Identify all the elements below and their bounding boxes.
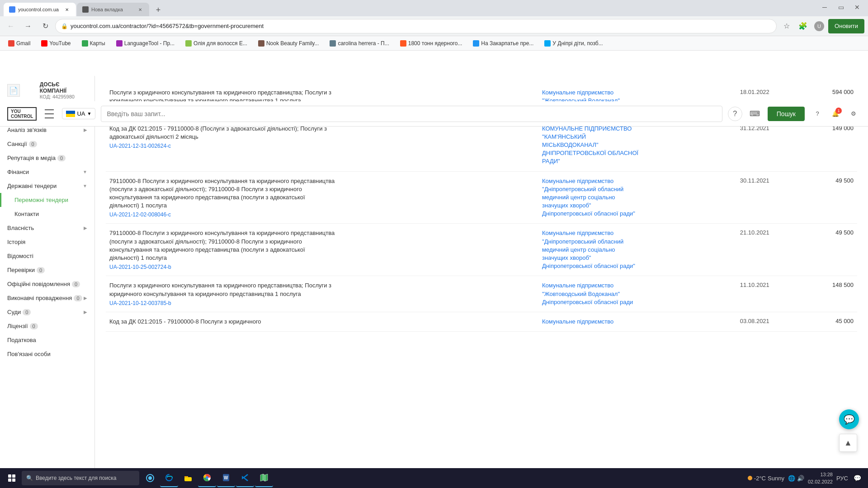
logo[interactable]: YOU CONTROL	[7, 107, 37, 121]
chat-button[interactable]: 💬	[839, 409, 859, 429]
sidebar-item-courts[interactable]: Суди 0 ▶	[0, 305, 94, 319]
tender-link[interactable]: UA-2021-10-12-003785-b	[109, 300, 535, 306]
address-bar[interactable]: 🔒 youcontrol.com.ua/contractor/?id=45667…	[55, 19, 777, 33]
finance-arrow-icon: ▼	[83, 169, 87, 174]
maximize-browser[interactable]: ▭	[834, 0, 848, 14]
customer-name[interactable]: Комунальне підприємство "Дніпропетровськ…	[542, 177, 642, 218]
history-label: Історія	[7, 239, 25, 245]
taskbar-file-explorer[interactable]	[179, 469, 197, 487]
settings-gear-icon[interactable]: ⚙	[846, 107, 861, 121]
bookmark-1800[interactable]: 1800 тонн ядерного...	[397, 39, 465, 47]
app-area: YOU CONTROL UA ▼ ? ⌨ Пошу	[0, 51, 868, 488]
keyboard-button[interactable]: ⌨	[748, 107, 762, 121]
bookmark-lt-label: LanguageTool - Пр...	[124, 40, 175, 47]
svg-rect-3	[184, 477, 192, 481]
sidebar-item-related[interactable]: Пов'язані особи	[0, 347, 94, 361]
sidebar-item-media[interactable]: Репутація в медіа 0	[0, 151, 94, 165]
taskbar-system-tray: -2°C Sunny 🌐 🔊 13:28 02.02.2022 РУС 💬	[748, 471, 866, 486]
hamburger-button[interactable]	[42, 107, 57, 121]
courts-label: Суди	[7, 309, 21, 315]
bookmark-dnipro[interactable]: У Дніпрі діти, позб...	[542, 39, 605, 47]
info-label: Відомості	[7, 253, 33, 259]
tender-link[interactable]: UA-2021-12-31-002624-c	[109, 143, 535, 149]
sidebar-item-checks[interactable]: Перевірки 0	[0, 263, 94, 277]
bookmark-zakarpat[interactable]: На Закарпатье пре...	[470, 39, 536, 47]
tender-date-cell: 31.12.2021	[736, 119, 804, 171]
tender-amount-cell: 49 500	[804, 224, 857, 276]
tab-favicon	[9, 6, 15, 13]
tab-title: youcontrol.com.ua	[18, 7, 59, 12]
notification-bell-icon[interactable]: 🔔 1	[828, 107, 843, 121]
sidebar-item-finance[interactable]: Фінанси ▼	[0, 165, 94, 179]
company-icon: 📄	[7, 84, 20, 97]
bookmark-button[interactable]: ☆	[779, 19, 794, 33]
clock-display: 13:28 02.02.2022	[808, 471, 833, 486]
lt-favicon	[116, 40, 123, 47]
related-label: Пов'язані особи	[7, 351, 51, 357]
active-tab[interactable]: youcontrol.com.ua ✕	[4, 3, 76, 16]
inactive-tab-2[interactable]: Нова вкладка ✕	[77, 3, 149, 16]
bookmark-olia[interactable]: Олія для волосся Е...	[183, 39, 250, 47]
customer-name[interactable]: Комунальне підприємство "Дніпропетровськ…	[542, 229, 642, 270]
reload-button[interactable]: ↻	[38, 19, 52, 33]
network-icon: 🌐	[788, 475, 795, 482]
taskbar-chrome[interactable]	[198, 469, 216, 487]
forward-button[interactable]: →	[21, 19, 35, 33]
sidebar-item-contacts[interactable]: Контакти	[0, 207, 94, 221]
question-icon[interactable]: ?	[810, 107, 825, 121]
sidebar-item-official-notices[interactable]: Офіційні повідомлення 0	[0, 277, 94, 291]
bookmark-languagetool[interactable]: LanguageTool - Пр...	[113, 39, 177, 47]
tenders-label: Державні тендери	[7, 183, 57, 189]
tab-close-2[interactable]: ✕	[137, 6, 144, 13]
main-search-input[interactable]	[101, 106, 722, 122]
extensions-button[interactable]: 🧩	[796, 19, 810, 33]
sidebar-item-enforcement[interactable]: Виконавчі провадження 0 ▶	[0, 291, 94, 305]
bookmark-youtube[interactable]: YouTube	[38, 39, 73, 47]
bookmark-nook[interactable]: Nook Beauty Family...	[255, 39, 321, 47]
bookmark-maps[interactable]: Карты	[79, 39, 108, 47]
customer-name[interactable]: Комунальне підприємство	[542, 318, 642, 326]
tender-link[interactable]: UA-2021-12-02-008046-c	[109, 211, 535, 218]
language-selector[interactable]: UA ▼	[62, 108, 95, 119]
minimize-browser[interactable]: ─	[817, 0, 832, 14]
taskbar-cortana[interactable]	[141, 469, 159, 487]
scroll-to-top-button[interactable]: ▲	[839, 434, 857, 452]
bookmark-olia-label: Олія для волосся Е...	[193, 40, 247, 47]
bookmark-carolina[interactable]: carolina herrera - П...	[327, 39, 392, 47]
profile-button[interactable]: U	[812, 19, 826, 33]
start-button[interactable]	[2, 468, 22, 488]
windows-search-bar[interactable]: 🔍 Введите здесь текст для поиска	[22, 471, 139, 485]
svg-point-1	[148, 476, 152, 480]
browser-toolbar: ← → ↻ 🔒 youcontrol.com.ua/contractor/?id…	[0, 16, 868, 36]
notification-center-icon[interactable]: 💬	[852, 473, 863, 483]
current-time: 13:28	[808, 471, 833, 479]
bookmark-gmail[interactable]: Gmail	[5, 39, 33, 47]
tender-link[interactable]: UA-2021-10-25-002724-b	[109, 264, 535, 270]
taskbar-edge[interactable]	[160, 469, 178, 487]
sidebar-item-history[interactable]: Історія	[0, 235, 94, 249]
customer-name[interactable]: КОМУНАЛЬНЕ ПІДПРИЄМСТВО "КАМ'ЯНСЬКИЙ МІС…	[542, 125, 642, 166]
close-browser[interactable]: ✕	[850, 0, 864, 14]
sidebar-item-tenders[interactable]: Державні тендери ▼	[0, 179, 94, 193]
sidebar-item-licenses[interactable]: Ліцензії 0	[0, 319, 94, 333]
tender-description-cell: Код за ДК 021:2015 - 79100000-8 Послуги …	[106, 312, 538, 331]
sidebar-item-winning-tenders[interactable]: Переможні тендери	[0, 193, 94, 207]
tab-close-button[interactable]: ✕	[63, 6, 71, 13]
tender-amount: 49 500	[808, 177, 854, 184]
sidebar-item-ownership[interactable]: Власність ▶	[0, 221, 94, 235]
sidebar-item-tax[interactable]: Податкова	[0, 333, 94, 347]
sidebar-item-info[interactable]: Відомості	[0, 249, 94, 263]
media-badge: 0	[57, 155, 66, 161]
taskbar-maps-app[interactable]	[255, 469, 273, 487]
search-button[interactable]: Пошук	[768, 107, 805, 121]
new-tab-button[interactable]: +	[152, 4, 165, 16]
taskbar-word[interactable]: W	[217, 469, 235, 487]
table-row: Код за ДК 021:2015 - 79110000-8 (Послуги…	[106, 119, 857, 171]
help-button[interactable]: ?	[728, 107, 742, 121]
back-button[interactable]: ←	[4, 19, 18, 33]
update-button[interactable]: Оновити	[828, 19, 864, 33]
customer-name[interactable]: Комунальне підприємство "Жовтоводський В…	[542, 282, 642, 306]
sidebar-item-sanctions[interactable]: Санкції 0	[0, 137, 94, 151]
taskbar-vscode[interactable]	[236, 469, 254, 487]
contacts-label: Контакти	[14, 211, 39, 217]
